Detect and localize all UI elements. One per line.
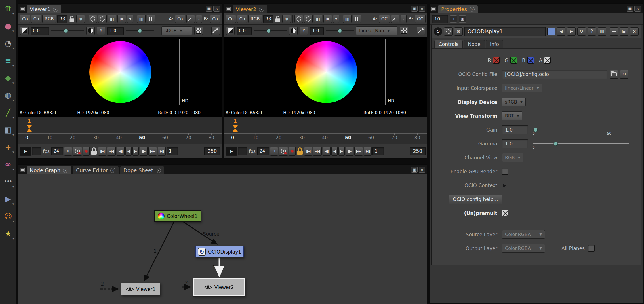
next-keyframe-button[interactable]: ▶▶	[354, 147, 363, 156]
prev-node-icon[interactable]: ◀	[557, 27, 565, 36]
play-backward-button[interactable]: ◀	[331, 147, 338, 156]
tab-close-icon[interactable]: ×	[110, 168, 115, 173]
slider-knob[interactable]	[64, 29, 68, 33]
range-lock-icon[interactable]	[91, 147, 97, 155]
max-panels-field[interactable]: 10	[432, 15, 448, 23]
toolbar-deep-icon[interactable]: ▶▾	[2, 193, 14, 205]
current-frame-field[interactable]: 1	[372, 147, 384, 155]
premult-checkbox[interactable]	[502, 210, 508, 216]
toolbar-channel-icon[interactable]: ≡▾	[2, 54, 14, 67]
toolbar-roto-icon[interactable]: ╱▾	[2, 106, 14, 119]
gamma-field[interactable]: 1.0	[107, 27, 124, 35]
channel-view-dropdown[interactable]: RGB▼	[502, 153, 523, 162]
node-viewer1[interactable]: Viewer1	[121, 283, 160, 295]
first-frame-button[interactable]: ▮◀	[304, 147, 312, 156]
panel-menu-icon[interactable]	[432, 7, 436, 11]
realtime-clock-icon[interactable]	[279, 147, 288, 156]
float-panel-icon[interactable]: ▣	[411, 167, 418, 173]
gamma-toggle-button[interactable]: Y	[97, 27, 105, 35]
toolbar-filter-icon[interactable]: ◍▾	[2, 89, 14, 102]
gear-icon[interactable]	[444, 27, 453, 36]
next-frame-button[interactable]: ▮▶	[346, 147, 353, 156]
play-forward-button[interactable]: ▶	[338, 147, 345, 156]
wipe-split-icon[interactable]	[226, 27, 235, 35]
gamma-slider[interactable]: 0	[533, 143, 629, 144]
gamma-slider[interactable]	[326, 30, 354, 31]
record-icon[interactable]	[289, 147, 296, 156]
proxy-toggle-icon[interactable]	[89, 15, 97, 23]
close-node-panel-icon[interactable]: ×	[630, 27, 639, 36]
blue-channel-checkbox[interactable]	[527, 57, 534, 64]
channels-dropdown[interactable]: RGB	[42, 15, 56, 23]
fps-field[interactable]: 24	[257, 147, 269, 155]
compose-dropdown-icon[interactable]: ▼	[127, 15, 133, 23]
panel-menu-icon[interactable]	[226, 7, 230, 11]
compose-mode-icon[interactable]: ▣	[117, 15, 126, 23]
gain-field[interactable]: 1.0	[502, 125, 528, 134]
tab-viewer1[interactable]: Viewer1 ×	[27, 5, 61, 13]
slider-knob[interactable]	[138, 29, 142, 33]
roi-pen-icon[interactable]	[391, 15, 399, 23]
play-backward-button[interactable]: ◀	[125, 147, 132, 156]
toolbar-other-icon[interactable]: •••▾	[2, 175, 14, 188]
layer-dropdown[interactable]: Co	[20, 15, 30, 23]
layer-dropdown[interactable]: Co	[226, 15, 236, 23]
display-device-dropdown[interactable]: sRGB▼	[502, 98, 526, 106]
gain-slider[interactable]	[254, 30, 287, 31]
tab-close-icon[interactable]: ×	[259, 7, 264, 12]
viewer-settings-gear-icon[interactable]	[304, 15, 313, 23]
float-panel-icon[interactable]: ▣	[411, 6, 418, 12]
tab-close-icon[interactable]: ×	[63, 168, 68, 173]
pause-icon[interactable]	[147, 15, 155, 23]
contrast-icon[interactable]	[86, 27, 95, 35]
tab-properties[interactable]: Properties ×	[438, 5, 478, 13]
lock-icon[interactable]	[275, 16, 281, 22]
range-lock-icon[interactable]	[296, 147, 303, 155]
viewer1-timeline[interactable]: 1 0 10 20 30 40 50 60 70 80	[18, 117, 222, 144]
record-icon[interactable]	[83, 147, 90, 156]
current-frame-field[interactable]: 1	[167, 147, 178, 155]
ab-blend-dropdown[interactable]: -	[196, 15, 202, 23]
source-layer-dropdown[interactable]: Color.RGBA▼	[502, 230, 545, 239]
gain-slider[interactable]	[51, 30, 84, 31]
compose-mode-icon[interactable]: ▣	[323, 15, 332, 23]
toolbar-time-icon[interactable]: ◔▾	[2, 37, 14, 50]
red-channel-checkbox[interactable]	[493, 57, 500, 64]
toolbar-color-icon[interactable]: ◆▾	[2, 71, 14, 84]
node-colorwheel1[interactable]: ColorWheel1	[154, 210, 201, 222]
gamma-slider[interactable]	[126, 30, 154, 31]
panel-menu-icon[interactable]	[20, 168, 24, 172]
fps-field[interactable]: 24	[51, 147, 63, 155]
close-panel-icon[interactable]: ×	[634, 6, 641, 12]
output-layer-dropdown[interactable]: Color.RGBA▼	[502, 244, 545, 253]
lock-icon[interactable]	[69, 16, 75, 22]
add-icon[interactable]: ⊕	[454, 27, 463, 36]
node-viewer2[interactable]: Viewer2	[193, 278, 245, 296]
green-channel-checkbox[interactable]	[510, 57, 517, 64]
gain-field[interactable]: 0.0	[237, 27, 252, 35]
gamma-field[interactable]: 1.0	[310, 27, 324, 35]
display-style-dropdown[interactable]: Co	[31, 15, 41, 23]
gain-slider[interactable]: 0 50	[533, 130, 611, 130]
b-input-dropdown[interactable]: OC	[415, 15, 426, 23]
reload-config-icon[interactable]: ↻	[620, 70, 628, 79]
first-frame-button[interactable]: ▮◀	[98, 147, 106, 156]
slider-knob[interactable]	[338, 29, 342, 33]
b-input-dropdown[interactable]: Co	[210, 15, 220, 23]
alpha-channel-checkbox[interactable]	[544, 57, 551, 64]
eyedropper-icon[interactable]	[211, 27, 220, 35]
folder-browse-icon[interactable]	[610, 70, 618, 79]
playhead-marker[interactable]	[27, 125, 32, 132]
contrast-icon[interactable]	[289, 27, 298, 35]
compose-dropdown-icon[interactable]: ▼	[333, 15, 339, 23]
tab-info[interactable]: Info	[486, 40, 503, 48]
panel-menu-icon[interactable]	[20, 7, 24, 11]
tab-close-icon[interactable]: ×	[53, 7, 58, 12]
toolbar-3d-icon[interactable]: ∞▾	[2, 158, 14, 171]
view-transform-dropdown[interactable]: RRT▼	[502, 111, 522, 120]
add-input-icon[interactable]: ⊕	[76, 15, 85, 23]
proxy-toggle-icon[interactable]	[294, 15, 303, 23]
pin-panels-icon[interactable]: ▣	[459, 15, 466, 23]
float-panel-icon[interactable]: ▣	[627, 6, 633, 12]
range-end-field[interactable]: 250	[410, 147, 426, 155]
